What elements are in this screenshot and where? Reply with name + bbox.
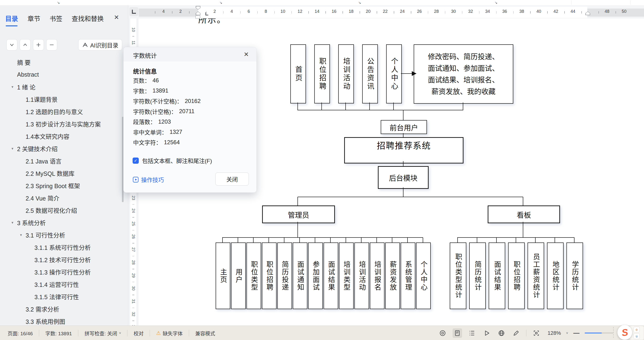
status-item[interactable]: 页面: 16/46 — [8, 330, 39, 337]
toc-item[interactable]: ▼1 绪 论 — [0, 81, 123, 93]
ai-button-label: AI识别目录 — [90, 41, 118, 49]
toc-item[interactable]: 3.2 需求分析 — [0, 303, 123, 315]
pen-edit-icon[interactable] — [512, 328, 521, 338]
toc-item[interactable]: 3.1.5 法律可行性 — [0, 290, 123, 303]
toc-item[interactable]: 1.1课题背景 — [0, 93, 123, 105]
expand-triangle-icon[interactable]: ▼ — [20, 233, 26, 237]
toc-item[interactable]: 3.3 系统用例图 — [0, 315, 123, 326]
zoom-level-value[interactable]: 128% — [548, 330, 561, 336]
connector-line — [298, 110, 463, 110]
dialog-close-button[interactable]: 关闭 — [216, 172, 249, 186]
connector-line — [222, 238, 223, 242]
dialog-launcher-icon[interactable]: ↘ — [358, 0, 361, 5]
checkbox-label: 包括文本框、脚注和尾注(F) — [142, 156, 212, 165]
toc-item[interactable]: ▼3 系统分析 — [0, 216, 123, 229]
stats-section-header: 统计信息 — [133, 67, 157, 75]
tab-chapters[interactable]: 章节 — [28, 14, 40, 23]
ruler-number: 24 — [131, 208, 136, 214]
collapse-up-button[interactable] — [20, 39, 30, 50]
chevron-down-icon[interactable]: ˅ — [566, 331, 568, 335]
assistant-sticker-icon[interactable]: o — [634, 327, 640, 332]
left-indent-marker[interactable] — [196, 16, 200, 19]
tab-find-replace[interactable]: 查找和替换 — [72, 14, 104, 23]
toc-item[interactable]: 2.2 MySQL 数据库 — [0, 167, 123, 179]
status-item[interactable]: 拼写检查: 关闭˅ — [78, 330, 127, 337]
status-item[interactable]: 兼容模式 — [189, 330, 221, 337]
toc-item[interactable]: ▼2 关键技术介绍 — [0, 142, 123, 155]
stat-row: 中文字符：12564 — [133, 137, 201, 148]
dialog-launcher-icon[interactable]: ↘ — [494, 0, 498, 5]
toc-item[interactable]: 1.3 初步设计方法与实施方案 — [0, 118, 123, 130]
toc-item[interactable]: 摘 要 — [0, 56, 123, 68]
ruler-number: 16 — [330, 9, 338, 14]
ruler-number: 34 — [484, 9, 491, 14]
toc-item[interactable]: 1.2 选题的目的与意义 — [0, 105, 123, 118]
kanban-child-box: 地区统计 — [547, 242, 564, 309]
close-icon[interactable]: ✕ — [114, 14, 119, 21]
toc-item-label: 1.2 选题的目的与意义 — [26, 107, 83, 116]
ruler-tick — [394, 11, 394, 14]
globe-web-icon[interactable] — [497, 328, 506, 338]
ruler-tick — [479, 11, 480, 14]
wps-assistant-logo[interactable]: S — [618, 325, 632, 340]
toc-item-label: 3.1.5 法律可行性 — [34, 292, 79, 301]
play-slideshow-icon[interactable] — [482, 328, 492, 338]
connector-line — [298, 197, 298, 206]
dialog-launcher-icon[interactable]: ↘ — [220, 0, 222, 5]
expand-down-button[interactable] — [6, 39, 17, 50]
toc-item[interactable]: 3.1.4 运营可行性 — [0, 278, 123, 290]
admin-child-box: 职位类型 — [246, 242, 261, 309]
toc-item[interactable]: 2.1 Java 语言 — [0, 155, 123, 167]
zoom-slider[interactable] — [585, 333, 613, 333]
toc-item[interactable]: 3.1.3 操作可行性分析 — [0, 266, 123, 278]
toc-item-label: 3.1.1 系统可行性分析 — [34, 243, 91, 252]
connector-line — [477, 238, 477, 242]
admin-box: 管理员 — [262, 206, 335, 223]
assistant-emoji-icon[interactable]: u — [634, 333, 640, 339]
chevron-down-icon[interactable]: ˅ — [119, 331, 121, 335]
page-view-icon[interactable] — [452, 328, 462, 338]
toc-item[interactable]: 3.1.1 系统可行性分析 — [0, 241, 123, 254]
decrease-level-button[interactable] — [46, 39, 57, 50]
ruler-tick — [445, 11, 446, 14]
expand-triangle-icon[interactable]: ▼ — [11, 85, 17, 89]
ruler-tick — [547, 11, 548, 14]
toc-item[interactable]: ▼3.1 可行性分析 — [0, 229, 123, 241]
outline-view-icon[interactable] — [467, 328, 477, 338]
expand-triangle-icon[interactable]: ▼ — [11, 147, 17, 150]
dialog-launcher-icon[interactable]: ↘ — [57, 0, 60, 5]
ribbon-separator — [630, 0, 630, 4]
tips-link[interactable]: 操作技巧 — [132, 175, 164, 184]
tab-selector[interactable] — [129, 7, 138, 16]
status-item-label: 兼容模式 — [195, 330, 215, 337]
eye-preview-icon[interactable] — [438, 328, 447, 338]
increase-level-button[interactable] — [33, 39, 44, 50]
toc-item-label: 2.2 MySQL 数据库 — [26, 169, 74, 178]
stat-value: 20711 — [179, 108, 194, 114]
ruler-number: 11 — [131, 40, 136, 46]
toc-item[interactable]: 2.5 数据可视化介绍 — [0, 204, 123, 216]
status-item[interactable]: 字数: 13891 — [39, 330, 78, 337]
toc-item[interactable]: 2.4 Vue 简介 — [0, 192, 123, 204]
toc-item[interactable]: 2.3 Spring Boot 框架 — [0, 179, 123, 192]
status-item[interactable]: 校对 — [128, 330, 150, 337]
close-icon[interactable]: ✕ — [244, 51, 249, 58]
tab-toc[interactable]: 目录 — [5, 14, 18, 23]
ruler-tick — [132, 269, 134, 269]
front-user-box: 前台用户 — [381, 120, 427, 134]
ruler-number: 32 — [467, 9, 474, 14]
fit-screen-icon[interactable] — [532, 328, 541, 338]
zoom-out-button[interactable]: — — [573, 329, 580, 337]
ai-recognize-toc-button[interactable]: AI识别目录 — [78, 39, 122, 50]
tab-bookmarks[interactable]: 书签 — [50, 14, 62, 23]
toc-item[interactable]: 3.1.2 技术可行性分析 — [0, 254, 123, 266]
stat-label: 字符数(不计空格)： — [133, 97, 182, 105]
admin-child-box: 参加面试 — [308, 242, 323, 309]
toc-item[interactable]: 1.4本文研究内容 — [0, 130, 123, 142]
expand-triangle-icon[interactable]: ▼ — [11, 221, 17, 224]
toc-item[interactable]: Abstract — [0, 68, 123, 81]
checkbox-checked[interactable]: ✓ — [132, 158, 139, 164]
status-item[interactable]: ⚠缺失字体 — [150, 330, 189, 337]
toc-item-label: 2.1 Java 语言 — [26, 156, 62, 165]
connector-line — [535, 238, 536, 242]
